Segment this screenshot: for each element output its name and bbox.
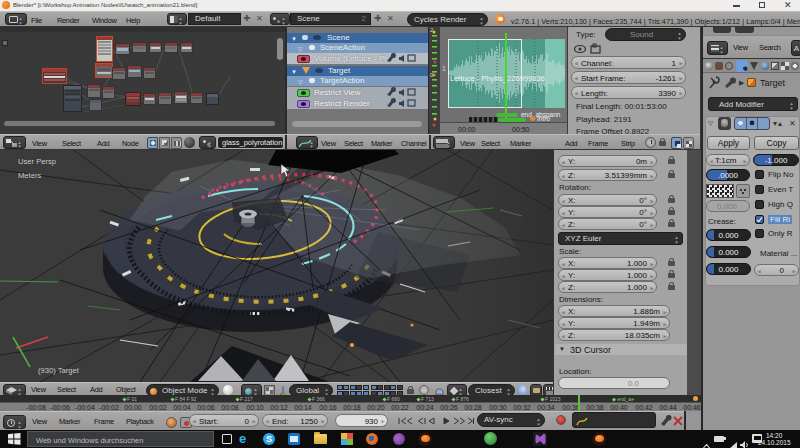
svg-text:Lettuce - Phyllis_226999836: Lettuce - Phyllis_226999836 — [450, 74, 545, 83]
